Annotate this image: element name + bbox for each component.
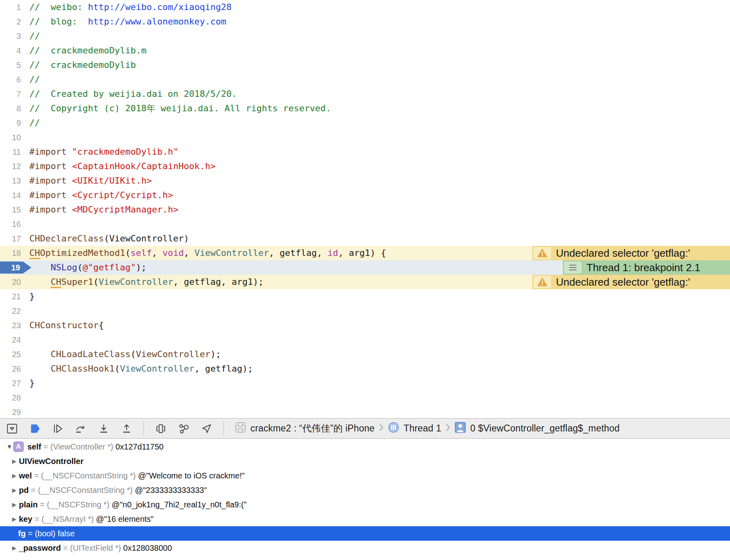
code-text[interactable]: NSLog(@"getflag"); xyxy=(21,260,146,275)
code-text[interactable]: // crackmedemoDylib.m xyxy=(21,43,146,58)
code-line-11[interactable]: 11#import "crackmedemoDylib.h" xyxy=(0,145,730,159)
code-text[interactable]: CHLoadLateClass(ViewController); xyxy=(21,347,221,362)
step-out-button[interactable] xyxy=(121,423,133,435)
code-line-26[interactable]: 26 CHClassHook1(ViewController, getflag)… xyxy=(0,362,730,376)
breadcrumb-process[interactable]: crackme2 : “代伟佳”的 iPhone xyxy=(250,422,375,435)
variable-row-UIViewController[interactable]: ▶UIViewController xyxy=(0,454,730,468)
line-number[interactable]: 9 xyxy=(0,116,21,130)
warning-badge[interactable]: Undeclared selector 'getflag:' xyxy=(532,246,730,260)
code-text[interactable] xyxy=(21,390,29,405)
code-text[interactable]: // xyxy=(21,116,40,130)
code-text[interactable]: // xyxy=(21,29,40,43)
code-text[interactable]: #import <Cycript/Cycript.h> xyxy=(21,188,173,202)
line-number[interactable]: 24 xyxy=(0,333,21,347)
line-number[interactable]: 6 xyxy=(0,72,21,87)
line-number[interactable]: 19 xyxy=(0,260,21,275)
code-line-14[interactable]: 14#import <Cycript/Cycript.h> xyxy=(0,188,730,202)
variable-row-fg[interactable]: fg = (bool) false xyxy=(0,526,730,541)
code-line-28[interactable]: 28 xyxy=(0,390,730,405)
warning-badge[interactable]: Undeclared selector 'getflag:' xyxy=(532,275,730,289)
step-into-button[interactable] xyxy=(98,423,110,435)
line-number[interactable]: 3 xyxy=(0,29,21,43)
line-number[interactable]: 27 xyxy=(0,376,21,390)
code-line-17[interactable]: 17CHDeclareClass(ViewController) xyxy=(0,231,730,246)
code-line-27[interactable]: 27} xyxy=(0,376,730,390)
line-number[interactable]: 13 xyxy=(0,174,21,188)
code-line-21[interactable]: 21} xyxy=(0,289,730,304)
line-number[interactable]: 29 xyxy=(0,405,21,418)
code-line-6[interactable]: 6// xyxy=(0,72,730,87)
code-text[interactable]: CHConstructor{ xyxy=(21,318,104,333)
step-over-button[interactable] xyxy=(75,423,87,435)
variable-row-wel[interactable]: ▶wel = (__NSCFConstantString *) @"Welcom… xyxy=(0,468,730,483)
code-line-8[interactable]: 8// Copyright (c) 2018年 weijia.dai. All … xyxy=(0,101,730,116)
variable-row-_password[interactable]: ▶_password = (UITextField *) 0x128038000 xyxy=(0,541,730,555)
code-text[interactable] xyxy=(21,304,29,318)
variable-row-key[interactable]: ▶key = (__NSArrayI *) @"16 elements" xyxy=(0,512,730,526)
code-text[interactable]: CHSuper1(ViewController, getflag, arg1); xyxy=(21,275,264,289)
line-number[interactable]: 25 xyxy=(0,347,21,362)
code-line-4[interactable]: 4// crackmedemoDylib.m xyxy=(0,43,730,58)
code-line-13[interactable]: 13#import <UIKit/UIKit.h> xyxy=(0,174,730,188)
code-text[interactable]: CHClassHook1(ViewController, getflag); xyxy=(21,362,253,376)
line-number[interactable]: 26 xyxy=(0,362,21,376)
line-number[interactable]: 10 xyxy=(0,130,21,145)
code-line-25[interactable]: 25 CHLoadLateClass(ViewController); xyxy=(0,347,730,362)
code-line-22[interactable]: 22 xyxy=(0,304,730,318)
line-number[interactable]: 22 xyxy=(0,304,21,318)
source-editor[interactable]: 1// weibo: http://weibo.com/xiaoqing282/… xyxy=(0,0,730,418)
line-number[interactable]: 5 xyxy=(0,58,21,72)
code-line-24[interactable]: 24 xyxy=(0,333,730,347)
disclosure-open-icon[interactable]: ▼ xyxy=(6,439,13,454)
breadcrumb-frame[interactable]: 0 $ViewController_getflag$_method xyxy=(470,423,620,434)
line-number[interactable]: 7 xyxy=(0,87,21,101)
code-text[interactable]: #import <UIKit/UIKit.h> xyxy=(21,174,152,188)
code-line-12[interactable]: 12#import <CaptainHook/CaptainHook.h> xyxy=(0,159,730,174)
code-line-1[interactable]: 1// weibo: http://weibo.com/xiaoqing28 xyxy=(0,0,730,14)
view-hierarchy-button[interactable] xyxy=(155,423,167,435)
memory-graph-button[interactable] xyxy=(178,423,190,435)
code-text[interactable]: // Created by weijia.dai on 2018/5/20. xyxy=(21,87,237,101)
code-text[interactable]: CHDeclareClass(ViewController) xyxy=(21,231,189,246)
code-text[interactable]: } xyxy=(21,289,35,304)
line-number[interactable]: 14 xyxy=(0,188,21,202)
line-number[interactable]: 23 xyxy=(0,318,21,333)
code-line-19[interactable]: 19 NSLog(@"getflag");Thread 1: breakpoin… xyxy=(0,260,730,275)
code-text[interactable] xyxy=(21,217,29,231)
code-line-5[interactable]: 5// crackmedemoDylib xyxy=(0,58,730,72)
code-text[interactable]: // xyxy=(21,72,40,87)
hide-debug-area-button[interactable] xyxy=(6,423,18,435)
code-line-7[interactable]: 7// Created by weijia.dai on 2018/5/20. xyxy=(0,87,730,101)
code-line-20[interactable]: 20 CHSuper1(ViewController, getflag, arg… xyxy=(0,275,730,289)
code-text[interactable]: CHOptimizedMethod1(self, void, ViewContr… xyxy=(21,246,386,260)
continue-button[interactable] xyxy=(52,423,64,435)
breakpoint-badge[interactable]: Thread 1: breakpoint 2.1 xyxy=(563,260,730,275)
breakpoints-toggle-button[interactable] xyxy=(29,423,41,435)
variable-row-pd[interactable]: ▶pd = (__NSCFConstantString *) @"2333333… xyxy=(0,483,730,497)
code-line-16[interactable]: 16 xyxy=(0,217,730,231)
line-number[interactable]: 1 xyxy=(0,0,21,14)
code-text[interactable] xyxy=(21,130,29,145)
line-number[interactable]: 12 xyxy=(0,159,21,174)
code-line-10[interactable]: 10 xyxy=(0,130,730,145)
code-line-3[interactable]: 3// xyxy=(0,29,730,43)
breadcrumb-thread[interactable]: Thread 1 xyxy=(404,423,441,434)
code-text[interactable]: } xyxy=(21,376,35,390)
code-line-15[interactable]: 15#import <MDCycriptManager.h> xyxy=(0,202,730,217)
line-number[interactable]: 21 xyxy=(0,289,21,304)
code-text[interactable]: // Copyright (c) 2018年 weijia.dai. All r… xyxy=(21,101,331,116)
line-number[interactable]: 8 xyxy=(0,101,21,116)
code-line-9[interactable]: 9// xyxy=(0,116,730,130)
line-number[interactable]: 28 xyxy=(0,390,21,405)
code-text[interactable]: #import <MDCycriptManager.h> xyxy=(21,202,178,217)
disclosure-closed-icon[interactable]: ▶ xyxy=(12,497,19,512)
line-number[interactable]: 15 xyxy=(0,202,21,217)
code-text[interactable] xyxy=(21,405,29,418)
line-number[interactable]: 2 xyxy=(0,14,21,29)
code-text[interactable]: #import "crackmedemoDylib.h" xyxy=(21,145,178,159)
line-number[interactable]: 16 xyxy=(0,217,21,231)
code-text[interactable]: // crackmedemoDylib xyxy=(21,58,136,72)
code-line-18[interactable]: 18CHOptimizedMethod1(self, void, ViewCon… xyxy=(0,246,730,260)
code-line-23[interactable]: 23CHConstructor{ xyxy=(0,318,730,333)
disclosure-closed-icon[interactable]: ▶ xyxy=(12,483,19,497)
